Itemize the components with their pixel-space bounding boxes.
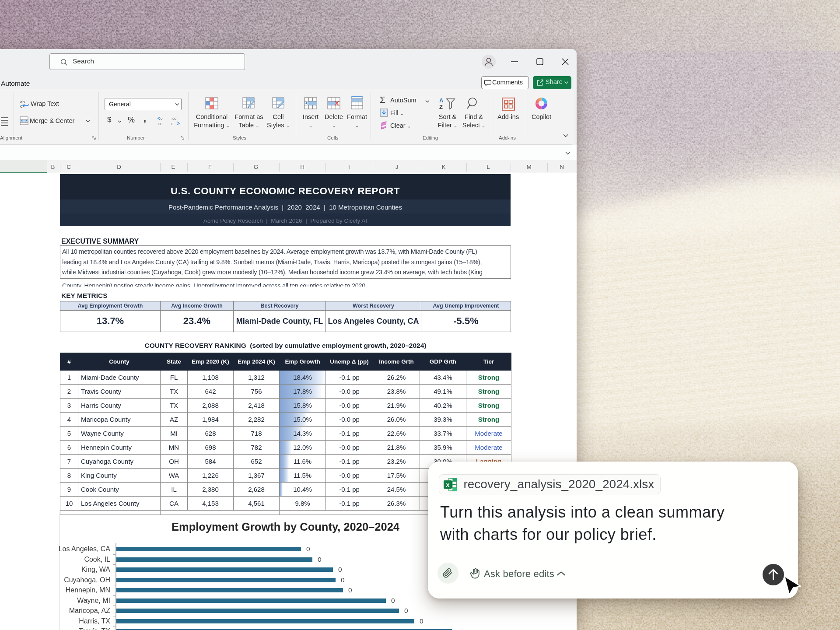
svg-text:.00: .00	[172, 117, 177, 121]
svg-text:x: x	[446, 481, 450, 488]
svg-text:.00: .00	[158, 122, 163, 126]
svg-text:A: A	[439, 97, 444, 104]
svg-text:0: 0	[161, 117, 163, 121]
svg-text:c: c	[20, 104, 22, 108]
svg-text:0: 0	[172, 122, 174, 126]
svg-text:Z: Z	[439, 104, 443, 110]
